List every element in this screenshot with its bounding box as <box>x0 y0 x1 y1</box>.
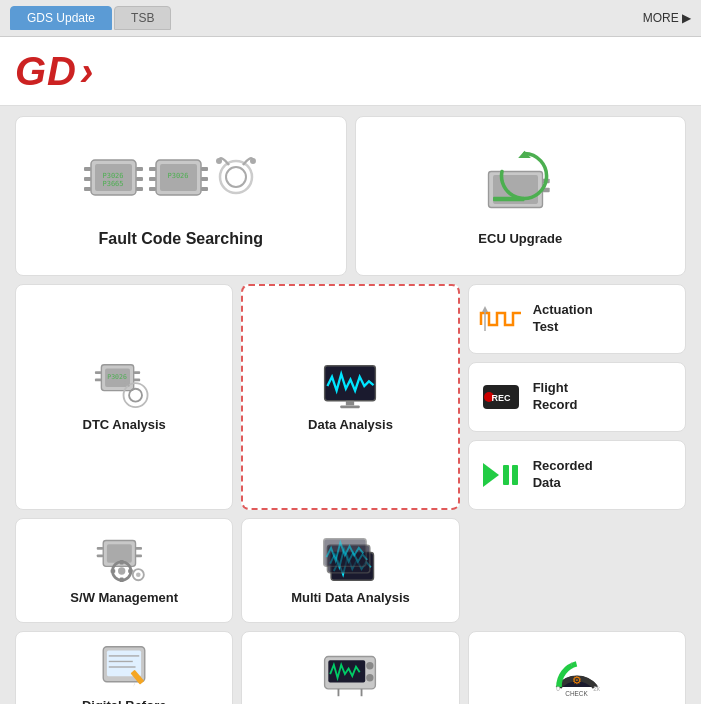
dtc-analysis-card[interactable]: P3026 DTC Analysis <box>15 284 233 510</box>
svg-rect-64 <box>128 569 133 573</box>
main-content: P3026 P3665 P3026 <box>0 106 701 704</box>
svg-text:⚙: ⚙ <box>571 675 581 687</box>
sw-management-icon <box>94 534 154 584</box>
svg-rect-56 <box>97 554 103 557</box>
flight-record-label: FlightRecord <box>533 380 578 414</box>
svg-rect-37 <box>134 371 140 374</box>
svg-rect-10 <box>136 167 143 171</box>
measurement-icon <box>320 650 380 700</box>
svg-rect-18 <box>149 187 156 191</box>
svg-point-60 <box>118 567 125 574</box>
svg-text:D: D <box>47 49 76 91</box>
svg-rect-58 <box>136 554 142 557</box>
ecu-upgrade-label: ECU Upgrade <box>478 231 562 248</box>
svg-rect-35 <box>95 371 101 374</box>
svg-rect-12 <box>136 187 143 191</box>
svg-rect-19 <box>201 167 208 171</box>
svg-text:P3026: P3026 <box>108 374 128 382</box>
svg-rect-11 <box>136 177 143 181</box>
svg-text:2k: 2k <box>593 685 601 692</box>
svg-text:P3026: P3026 <box>167 172 188 180</box>
svg-text:REC: REC <box>491 393 511 403</box>
fault-code-card[interactable]: P3026 P3665 P3026 <box>15 116 347 276</box>
svg-point-23 <box>226 167 246 187</box>
header: G D › <box>0 37 701 106</box>
row1: P3026 P3665 P3026 <box>15 116 686 276</box>
dtc-analysis-label: DTC Analysis <box>83 417 166 434</box>
tab-tsb[interactable]: TSB <box>114 6 171 30</box>
top-bar: GDS Update TSB MORE ▶ <box>0 0 701 37</box>
svg-text:P3026: P3026 <box>102 172 123 180</box>
svg-rect-38 <box>134 379 140 382</box>
svg-text:P3665: P3665 <box>102 180 123 188</box>
svg-rect-57 <box>136 547 142 550</box>
data-analysis-icon <box>320 361 380 411</box>
svg-rect-16 <box>149 167 156 171</box>
svg-rect-8 <box>84 177 91 181</box>
svg-text:↑: ↑ <box>570 660 573 667</box>
digital-before-service-card[interactable]: Digital BeforeService <box>15 631 233 704</box>
ecu-upgrade-icon <box>475 145 565 225</box>
measurement-card[interactable]: Measurement <box>241 631 459 704</box>
row4: Digital BeforeService <box>15 631 686 704</box>
svg-rect-63 <box>111 569 116 573</box>
data-analysis-card[interactable]: Data Analysis <box>241 284 459 510</box>
svg-rect-55 <box>97 547 103 550</box>
svg-rect-36 <box>95 379 101 382</box>
svg-rect-20 <box>201 177 208 181</box>
row2: P3026 DTC Analysis <box>15 284 686 510</box>
svg-text:CHECK: CHECK <box>565 691 588 698</box>
svg-point-24 <box>216 158 222 164</box>
right-col: ActuationTest REC FlightRecord <box>468 284 686 510</box>
svg-rect-51 <box>503 465 509 485</box>
svg-rect-21 <box>201 187 208 191</box>
svg-point-25 <box>250 158 256 164</box>
flight-record-card[interactable]: REC FlightRecord <box>468 362 686 432</box>
svg-rect-52 <box>512 465 518 485</box>
tab-gds-update[interactable]: GDS Update <box>10 6 112 30</box>
svg-rect-69 <box>324 539 366 567</box>
svg-point-22 <box>220 161 252 193</box>
svg-text:›: › <box>80 49 93 91</box>
svg-rect-61 <box>120 560 124 565</box>
actuation-test-icon <box>479 299 523 339</box>
obd2-card[interactable]: ⚙ CHECK 0 ↑ 2k OBD-Ⅱ <box>468 631 686 704</box>
svg-rect-17 <box>149 177 156 181</box>
svg-rect-7 <box>84 167 91 171</box>
svg-marker-46 <box>482 306 488 312</box>
svg-point-80 <box>367 675 374 682</box>
multi-data-analysis-icon <box>320 534 380 584</box>
svg-text:0: 0 <box>556 685 560 692</box>
sw-management-label: S/W Management <box>70 590 178 607</box>
svg-rect-44 <box>341 405 360 408</box>
svg-point-79 <box>367 663 374 670</box>
svg-rect-43 <box>346 400 354 405</box>
recorded-data-card[interactable]: RecordedData <box>468 440 686 510</box>
recorded-data-icon <box>479 455 523 495</box>
multi-data-analysis-card[interactable]: Multi Data Analysis <box>241 518 459 623</box>
svg-rect-62 <box>120 578 124 583</box>
svg-point-41 <box>120 381 125 386</box>
dtc-analysis-icon: P3026 <box>94 361 154 411</box>
sw-management-card[interactable]: S/W Management <box>15 518 233 623</box>
data-analysis-label: Data Analysis <box>308 417 393 434</box>
more-button[interactable]: MORE ▶ <box>643 11 691 25</box>
svg-rect-54 <box>107 544 132 562</box>
main-grid: P3026 P3665 P3026 <box>15 116 686 704</box>
row3-right <box>468 518 686 623</box>
ecu-upgrade-card[interactable]: ECU Upgrade <box>355 116 687 276</box>
top-tabs: GDS Update TSB <box>10 6 171 30</box>
actuation-test-label: ActuationTest <box>533 302 593 336</box>
fault-code-icon: P3026 P3665 P3026 <box>81 143 281 223</box>
gds-logo: G D › <box>15 47 686 97</box>
actuation-test-card[interactable]: ActuationTest <box>468 284 686 354</box>
flight-record-icon: REC <box>479 377 523 417</box>
svg-point-66 <box>136 572 141 577</box>
digital-before-service-label: Digital BeforeService <box>82 698 167 704</box>
row3: S/W Management Multi Data Analysis <box>15 518 686 623</box>
svg-point-40 <box>129 389 142 402</box>
svg-marker-50 <box>483 463 499 487</box>
svg-point-39 <box>124 383 148 407</box>
svg-rect-9 <box>84 187 91 191</box>
digital-before-service-icon <box>94 642 154 692</box>
